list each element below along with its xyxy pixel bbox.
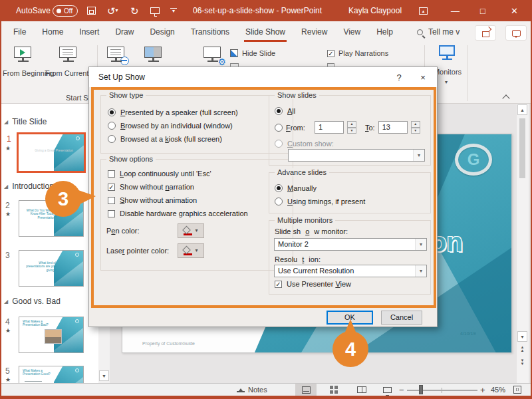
tab-design[interactable]: Design [142, 21, 182, 43]
checkbox-label[interactable]: Show without animation [120, 196, 197, 204]
checkbox-show-without-narration[interactable] [108, 184, 115, 191]
dialog-close-button[interactable]: × [412, 67, 434, 87]
checkbox-use-presenter-view[interactable] [275, 281, 282, 288]
redo-button[interactable]: ↻ [130, 0, 139, 21]
thumb-photo [45, 329, 62, 344]
hide-slide-button[interactable]: Hide Slide [230, 49, 275, 57]
slide-thumbnail-4[interactable]: What Makes a Presentation Bad? [19, 317, 84, 353]
tab-home[interactable]: Home [34, 21, 71, 43]
radio-label[interactable]: Browsed at a kiosk (full screen) [120, 135, 222, 143]
checkbox-show-without-animation[interactable] [108, 197, 115, 204]
cancel-button[interactable]: Cancel [381, 311, 422, 325]
thumb-logo-icon [75, 368, 79, 372]
radio-manually[interactable] [275, 184, 283, 192]
share-button[interactable] [475, 25, 496, 41]
radio-browsed-at-kiosk[interactable] [108, 135, 116, 143]
pen-color-picker[interactable]: ▾ [178, 223, 204, 238]
radio-label[interactable]: Manually [287, 184, 317, 192]
radio-label[interactable]: Using timings, if present [287, 198, 365, 205]
section-collapse-icon[interactable] [4, 184, 8, 190]
undo-button[interactable]: ↺▾ [107, 0, 118, 21]
checkbox-label[interactable]: Show without narration [120, 183, 194, 191]
slide-thumbnail-3[interactable]: What kind of presentations are you givin… [19, 250, 84, 287]
collapse-ribbon-icon[interactable] [502, 94, 509, 102]
normal-view-button[interactable] [295, 384, 317, 396]
main-scrollbar[interactable]: ▲ ▼ ▲▲ ▼▼ [517, 104, 529, 383]
autosave-toggle[interactable]: Off [53, 0, 78, 21]
zoom-level[interactable]: 45% [491, 384, 505, 396]
dialog-title-bar[interactable]: Set Up Show ? × [89, 67, 437, 87]
radio-label[interactable]: All [287, 107, 295, 115]
spin-up-icon[interactable] [347, 121, 356, 128]
fit-to-window-button[interactable] [507, 384, 528, 396]
previous-slide-button[interactable]: ▲▲ [518, 346, 527, 352]
tab-transitions[interactable]: Transitions [183, 21, 237, 43]
slide-show-monitor-dropdown[interactable]: Monitor 2 [274, 238, 427, 251]
custom-slide-show-icon[interactable] [144, 47, 164, 65]
section-good-vs-bad[interactable]: Good vs. Bad [4, 297, 61, 306]
from-label[interactable]: From: [286, 124, 311, 132]
tab-help[interactable]: Help [368, 21, 401, 43]
radio-all-slides[interactable] [275, 107, 283, 115]
to-slide-input[interactable]: 13 [378, 121, 408, 134]
tab-file[interactable]: File [5, 21, 34, 43]
checkbox-label[interactable]: Disable hardware graphics acceleration [120, 209, 248, 217]
minimize-button[interactable]: — [451, 0, 460, 21]
close-button[interactable]: ✕ [511, 0, 518, 21]
resolution-dropdown[interactable]: Use Current Resolution [274, 265, 427, 277]
zoom-slider-track[interactable] [407, 390, 477, 391]
tab-view[interactable]: View [335, 21, 368, 43]
section-title-slide[interactable]: Title Slide [4, 117, 47, 126]
checkbox-loop-continuously[interactable] [108, 170, 115, 178]
slide-thumbnail-1[interactable]: Giving a Great Presentation [17, 132, 86, 173]
scrollbar-thumb[interactable] [519, 118, 525, 178]
section-collapse-icon[interactable] [4, 299, 8, 305]
spin-down-icon[interactable] [347, 128, 356, 134]
radio-presented-by-speaker[interactable] [108, 108, 116, 116]
radio-label[interactable]: Presented by a speaker (full screen) [120, 108, 238, 116]
tell-me-search[interactable]: Tell me v [409, 21, 467, 43]
radio-browsed-by-individual[interactable] [108, 122, 116, 130]
customize-qat-button[interactable] [170, 0, 177, 21]
comments-button[interactable] [505, 25, 527, 41]
maximize-button[interactable]: □ [480, 0, 485, 21]
group-label: Advance slides [275, 168, 329, 176]
from-spinner[interactable] [347, 121, 356, 134]
tab-insert[interactable]: Insert [71, 21, 107, 43]
to-spinner[interactable] [411, 121, 420, 134]
tab-draw[interactable]: Draw [107, 21, 142, 43]
section-collapse-icon[interactable] [4, 119, 8, 125]
from-slide-input[interactable]: 1 [315, 121, 344, 134]
scroll-down-icon[interactable]: ▼ [517, 331, 527, 342]
undo-dropdown-icon[interactable]: ▾ [116, 8, 118, 13]
slide-show-view-button[interactable] [376, 384, 398, 396]
tab-review[interactable]: Review [293, 21, 335, 43]
tab-slide-show[interactable]: Slide Show [237, 21, 293, 43]
radio-label[interactable]: Browsed by an individual (window) [120, 122, 233, 130]
scroll-up-icon[interactable]: ▲ [517, 104, 527, 115]
checkbox-label[interactable]: Loop continuously until 'Esc' [120, 170, 211, 178]
radio-from-to[interactable] [275, 124, 283, 132]
present-online-icon[interactable] [106, 47, 126, 65]
section-introduction[interactable]: Introduction [4, 182, 54, 191]
spin-down-icon[interactable] [411, 128, 420, 134]
play-narrations-checkbox[interactable]: Play Narrations [327, 49, 388, 57]
zoom-in-button[interactable]: + [480, 384, 485, 396]
scroll-down-icon[interactable]: ▼ [99, 370, 109, 381]
save-button[interactable] [87, 0, 96, 21]
checkbox-label[interactable]: Use Presenter View [287, 280, 351, 288]
ribbon-display-button[interactable] [419, 0, 428, 21]
radio-using-timings[interactable] [275, 198, 283, 205]
dialog-help-button[interactable]: ? [388, 67, 410, 87]
reading-view-button[interactable] [351, 384, 372, 396]
zoom-slider-handle[interactable] [419, 385, 423, 394]
next-slide-button[interactable]: ▼▼ [518, 359, 527, 366]
start-slideshow-qat-button[interactable] [150, 0, 160, 21]
notes-button[interactable]: Notes [237, 384, 267, 396]
laser-color-picker[interactable]: ▾ [178, 243, 204, 258]
slide-sorter-view-button[interactable] [323, 384, 344, 396]
zoom-out-button[interactable]: − [399, 384, 404, 396]
checkbox-disable-hardware-acceleration[interactable] [108, 210, 115, 217]
spin-up-icon[interactable] [411, 121, 420, 128]
set-up-slide-show-icon[interactable]: ⚙ [203, 47, 223, 65]
